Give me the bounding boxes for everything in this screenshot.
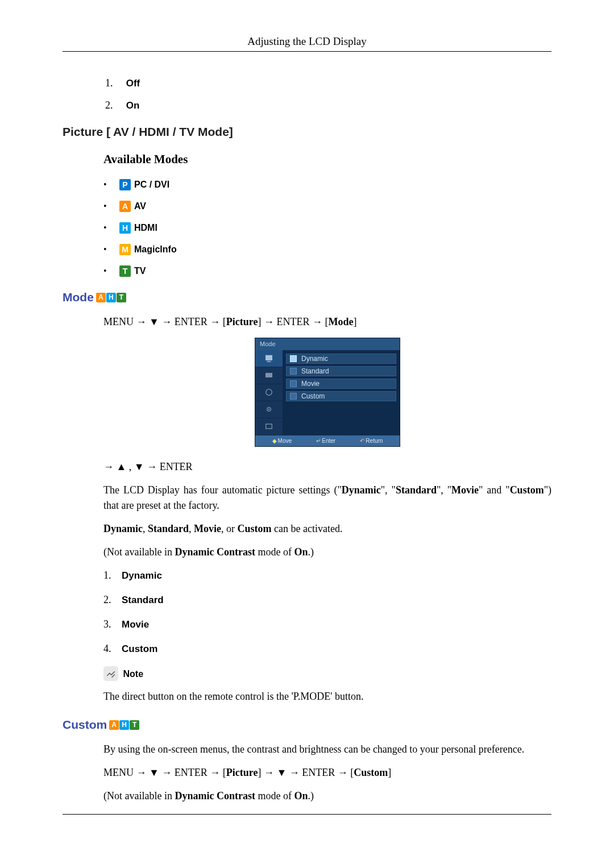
text: ", " [381,484,396,496]
text: (Not available in [103,546,175,558]
mode-label: TV [134,266,146,276]
text-bold: Dynamic [103,523,143,534]
custom-heading: Custom A H T [63,718,551,732]
osd-footer-move: ◆Move [272,437,292,445]
custom-heading-text: Custom [63,718,107,732]
t-badge-icon: T [119,265,131,277]
t-badge-icon: T [130,720,139,730]
menupath-mode: Mode [328,316,353,327]
mode-description-1: The LCD Display has four automatic pictu… [103,483,551,513]
osd-side-item-input [255,418,283,435]
osd-footer-label: Move [278,438,292,444]
mode-body: MENU → ▼ → ENTER → [Picture] → ENTER → [… [103,314,551,704]
mode-label: AV [134,201,146,211]
custom-description: By using the on-screen menus, the contra… [103,742,551,757]
a-badge-icon: A [109,720,119,730]
off-on-list: 1. Off 2. On [105,77,551,111]
list-item: 3.Movie [103,617,551,632]
osd-footer-return: ↶Return [360,437,383,445]
mode-heading-text: Mode [63,290,94,304]
mode-option-list: 1.Dynamic 2.Standard 3.Movie 4.Custom [103,568,551,657]
osd-item-label: Custom [301,391,325,401]
osd-body: Dynamic Standard Movie Custom [255,350,400,435]
custom-menupath: MENU → ▼ → ENTER → [Picture] → ▼ → ENTER… [103,765,551,780]
text: The LCD Display has four automatic pictu… [103,484,342,496]
text: mode of [255,546,294,558]
text-bold: Custom [354,767,388,778]
custom-badge-group: A H T [109,720,140,730]
osd-menu-screenshot: Mode Dynamic Standard Movie Custom ◆Move [255,338,400,447]
text: ", " [437,484,451,496]
text-bold: Movie [194,523,221,534]
osd-item-custom: Custom [286,391,396,401]
list-item: 1. Off [105,77,551,89]
available-modes-heading: Available Modes [103,152,551,167]
page-header-title: Adjusting the LCD Display [63,0,551,50]
text: ] → ▼ → ENTER → [ [258,767,354,778]
mode-heading: Mode A H T [63,290,551,304]
osd-item-label: Movie [301,379,320,389]
menupath-text: ] → ENTER → [ [258,316,328,327]
bullet-icon: • [103,266,119,276]
text-bold: Standard [396,484,437,496]
p-badge-icon: P [119,179,131,190]
item-value: Standard [122,595,164,605]
osd-list: Dynamic Standard Movie Custom [283,350,400,435]
nav-instruction: → ▲ , ▼ → ENTER [103,459,551,475]
text-bold: Dynamic Contrast [175,790,255,801]
item-number: 4. [103,641,122,657]
m-badge-icon: M [119,244,131,255]
text: MENU → ▼ → ENTER → [ [103,767,226,778]
list-item: 4.Custom [103,641,551,657]
osd-side-item-channel [255,384,283,401]
text-bold: Standard [148,523,189,534]
text-bold: Dynamic [342,484,381,496]
list-item: 2. On [105,99,551,111]
text-bold: On [294,790,308,801]
note-icon [103,666,118,681]
note-text: The direct button on the remote control … [103,689,551,704]
mode-item-hdmi: • H HDMI [103,222,551,234]
mode-item-av: • A AV [103,201,551,212]
t-badge-icon: T [117,293,126,302]
svg-point-2 [268,409,270,410]
page-content: 1. Off 2. On Picture [ AV / HDMI / TV Mo… [63,52,551,804]
mode-item-pc-dvi: • P PC / DVI [103,179,551,190]
svg-point-0 [266,389,272,396]
text: , or [221,523,238,534]
mode-label: MagicInfo [134,244,177,255]
list-item: 1.Dynamic [103,568,551,583]
text-bold: Custom [238,523,272,534]
text-bold: Dynamic Contrast [175,546,255,558]
text-bold: Picture [226,767,258,778]
osd-item-label: Standard [301,366,329,376]
item-number: 3. [103,617,122,632]
osd-side-item-setup [255,401,283,418]
h-badge-icon: H [106,293,116,302]
menupath-text: MENU → ▼ → ENTER → [ [103,316,226,327]
osd-footer-label: Enter [322,438,335,444]
bullet-icon: • [103,201,119,211]
osd-side-item-picture [255,350,283,367]
custom-availability: (Not available in Dynamic Contrast mode … [103,788,551,804]
h-badge-icon: H [119,720,129,730]
item-number: 1. [105,77,123,89]
osd-marker-icon [290,380,297,387]
text: .) [308,546,314,558]
item-number: 1. [103,568,122,583]
mode-note-availability: (Not available in Dynamic Contrast mode … [103,545,551,560]
osd-marker-icon [290,393,297,400]
bullet-icon: • [103,223,119,233]
osd-side-item-sound [255,367,283,384]
a-badge-icon: A [96,293,106,302]
menupath-text: ] [353,316,356,327]
text: can be activated. [272,523,343,534]
text: .) [308,790,314,801]
text: , [143,523,148,534]
menu-path: MENU → ▼ → ENTER → [Picture] → ENTER → [… [103,314,551,330]
item-value: Dynamic [122,570,162,581]
menupath-picture: Picture [226,316,258,327]
text: mode of [255,790,294,801]
mode-description-2: Dynamic, Standard, Movie, or Custom can … [103,521,551,537]
text: (Not available in [103,790,175,801]
